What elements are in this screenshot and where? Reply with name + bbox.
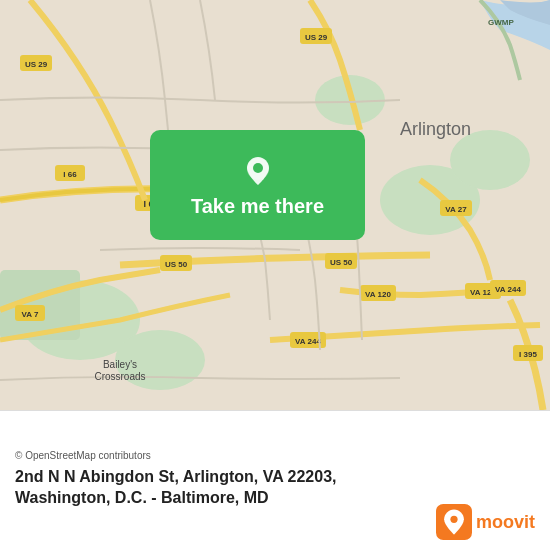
osm-text: © OpenStreetMap contributors	[15, 450, 151, 461]
svg-text:Bailey's: Bailey's	[103, 359, 137, 370]
take-me-card[interactable]: Take me there	[150, 130, 365, 240]
svg-text:Crossroads: Crossroads	[94, 371, 145, 382]
moovit-logo: moovit	[436, 504, 535, 540]
svg-text:VA 7: VA 7	[22, 310, 39, 319]
take-me-label: Take me there	[191, 195, 324, 218]
address-line1: 2nd N N Abingdon St, Arlington, VA 22203…	[15, 468, 337, 485]
svg-text:US 50: US 50	[165, 260, 188, 269]
svg-text:Arlington: Arlington	[400, 119, 471, 139]
svg-text:VA 120: VA 120	[365, 290, 391, 299]
svg-text:VA 244: VA 244	[495, 285, 521, 294]
address-text: 2nd N N Abingdon St, Arlington, VA 22203…	[15, 467, 535, 509]
svg-point-38	[253, 163, 263, 173]
svg-text:US 29: US 29	[25, 60, 48, 69]
address-line2: Washington, D.C. - Baltimore, MD	[15, 489, 269, 506]
svg-text:VA 244: VA 244	[295, 337, 321, 346]
svg-point-4	[450, 130, 530, 190]
svg-text:I 395: I 395	[519, 350, 537, 359]
info-bar: © OpenStreetMap contributors 2nd N N Abi…	[0, 410, 550, 550]
svg-text:GWMP: GWMP	[488, 18, 514, 27]
moovit-text: moovit	[476, 512, 535, 533]
svg-text:I 66: I 66	[63, 170, 77, 179]
location-pin-icon	[240, 153, 276, 189]
svg-point-41	[450, 516, 457, 523]
svg-text:US 29: US 29	[305, 33, 328, 42]
svg-text:VA 27: VA 27	[445, 205, 467, 214]
osm-attribution: © OpenStreetMap contributors	[15, 450, 535, 461]
moovit-icon	[436, 504, 472, 540]
svg-text:US 50: US 50	[330, 258, 353, 267]
map-container: I 66 US 29 US 29 VA 7 US 50 US 50	[0, 0, 550, 550]
